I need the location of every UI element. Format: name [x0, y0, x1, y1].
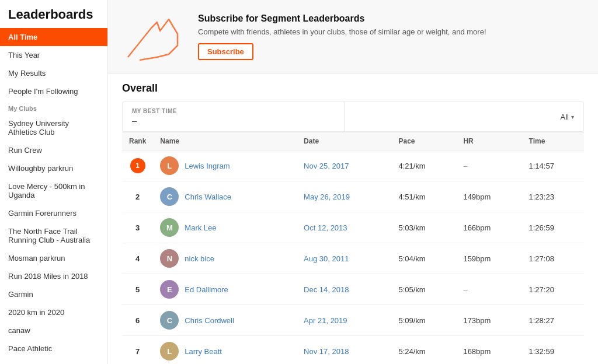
page-title: Leaderboards	[0, 0, 107, 28]
pace-cell: 5:05/km	[391, 274, 456, 305]
date-cell[interactable]: Nov 17, 2018	[297, 336, 391, 365]
sidebar-item-my-results[interactable]: My Results	[0, 64, 107, 82]
hr-cell: 149bpm	[456, 181, 521, 212]
date-link[interactable]: Aug 30, 2011	[304, 254, 349, 263]
sidebar-item-run-2018[interactable]: Run 2018 Miles in 2018	[0, 267, 107, 285]
sidebar-all-time[interactable]: All Time	[0, 28, 107, 46]
route-graphic	[122, 10, 186, 63]
date-link[interactable]: Dec 14, 2018	[304, 285, 349, 294]
table-header: Rank Name Date Pace HR Time	[122, 132, 584, 150]
hr-dash: –	[463, 285, 467, 294]
hr-cell: 166bpm	[456, 212, 521, 243]
subscribe-button[interactable]: Subscribe	[198, 43, 253, 60]
rank-cell: 5	[122, 274, 153, 305]
chevron-down-icon: ▾	[571, 114, 574, 120]
sidebar-item-garmin-forerunners[interactable]: Garmin Forerunners	[0, 204, 107, 222]
table-body: 1LLewis IngramNov 25, 20174:21/km–1:14:5…	[122, 150, 584, 365]
athlete-name[interactable]: Chris Wallace	[185, 192, 231, 201]
pace-cell: 5:03/km	[391, 212, 456, 243]
date-cell[interactable]: Dec 14, 2018	[297, 274, 391, 305]
leaderboard-table: Rank Name Date Pace HR Time 1LLewis Ingr…	[122, 132, 584, 364]
avatar: C	[160, 187, 179, 206]
date-cell[interactable]: Aug 30, 2011	[297, 243, 391, 274]
sidebar-item-people-following[interactable]: People I'm Following	[0, 82, 107, 100]
col-name: Name	[153, 132, 297, 150]
time-cell: 1:26:59	[522, 212, 584, 243]
col-time: Time	[522, 132, 584, 150]
subscribe-banner: Subscribe for Segment Leaderboards Compe…	[108, 0, 598, 74]
sidebar-item-pace-athletic[interactable]: Pace Athletic	[0, 340, 107, 358]
name-cell: EEd Dallimore	[153, 274, 297, 305]
sidebar-item-2020km[interactable]: 2020 km in 2020	[0, 303, 107, 321]
athlete-name[interactable]: Lewis Ingram	[185, 162, 230, 170]
hr-cell: –	[456, 274, 521, 305]
time-cell: 1:23:23	[522, 181, 584, 212]
sidebar-item-mosman-parkrun[interactable]: Mosman parkrun	[0, 249, 107, 267]
athlete-name[interactable]: nick bice	[185, 254, 214, 263]
best-time-label: MY BEST TIME	[132, 108, 335, 114]
avatar: M	[160, 218, 179, 237]
main-content: Subscribe for Segment Leaderboards Compe…	[108, 0, 598, 364]
sidebar-item-willoughby-parkrun[interactable]: Willoughby parkrun	[0, 159, 107, 177]
best-time-value: –	[132, 116, 335, 125]
table-row: 4Nnick biceAug 30, 20115:04/km159bpm1:27…	[122, 243, 584, 274]
rank-cell: 1	[122, 150, 153, 181]
name-cell: CChris Cordwell	[153, 305, 297, 336]
sidebar-item-north-face[interactable]: The North Face Trail Running Club - Aust…	[0, 222, 107, 249]
name-cell: CChris Wallace	[153, 181, 297, 212]
avatar: E	[160, 280, 179, 299]
date-cell[interactable]: Apr 21, 2019	[297, 305, 391, 336]
pace-cell: 4:51/km	[391, 181, 456, 212]
rank-cell: 6	[122, 305, 153, 336]
date-link[interactable]: Nov 25, 2017	[304, 162, 349, 170]
hr-cell: 173bpm	[456, 305, 521, 336]
sidebar-item-canaw[interactable]: canaw	[0, 321, 107, 340]
all-filter-dropdown[interactable]: All ▾	[551, 107, 583, 127]
athlete-name[interactable]: Chris Cordwell	[185, 316, 234, 325]
hr-cell: 168bpm	[456, 336, 521, 365]
sidebar-item-strava-club[interactable]: The Strava Club	[0, 358, 107, 364]
sidebar-item-run-crew[interactable]: Run Crew	[0, 141, 107, 159]
col-hr: HR	[456, 132, 521, 150]
sidebar-item-this-year[interactable]: This Year	[0, 46, 107, 64]
pace-cell: 5:09/km	[391, 305, 456, 336]
banner-title: Subscribe for Segment Leaderboards	[198, 13, 486, 24]
rank-number: 1	[130, 158, 145, 173]
date-link[interactable]: Oct 12, 2013	[304, 223, 347, 232]
clubs-section-label: My Clubs	[0, 100, 107, 114]
pace-cell: 5:04/km	[391, 243, 456, 274]
avatar: L	[160, 156, 179, 175]
date-link[interactable]: Apr 21, 2019	[304, 316, 347, 325]
date-cell[interactable]: May 26, 2019	[297, 181, 391, 212]
rank-cell: 3	[122, 212, 153, 243]
date-cell[interactable]: Nov 25, 2017	[297, 150, 391, 181]
table-row: 1LLewis IngramNov 25, 20174:21/km–1:14:5…	[122, 150, 584, 181]
sidebar-item-love-mercy[interactable]: Love Mercy - 500km in Uganda	[0, 177, 107, 204]
col-rank: Rank	[122, 132, 153, 150]
overall-section: Overall MY BEST TIME – All ▾ Rank Name D…	[108, 74, 598, 364]
name-cell: MMark Lee	[153, 212, 297, 243]
table-row: 3MMark LeeOct 12, 20135:03/km166bpm1:26:…	[122, 212, 584, 243]
col-pace: Pace	[391, 132, 456, 150]
banner-description: Compete with friends, athletes in your c…	[198, 27, 486, 36]
overall-title: Overall	[122, 82, 584, 94]
table-row: 6CChris CordwellApr 21, 20195:09/km173bp…	[122, 305, 584, 336]
time-cell: 1:27:20	[522, 274, 584, 305]
hr-dash: –	[463, 162, 467, 170]
sidebar-item-garmin[interactable]: Garmin	[0, 285, 107, 303]
athlete-name[interactable]: Ed Dallimore	[185, 285, 228, 294]
date-link[interactable]: May 26, 2019	[304, 192, 350, 201]
pace-cell: 4:21/km	[391, 150, 456, 181]
table-row: 7LLarry BeattNov 17, 20185:24/km168bpm1:…	[122, 336, 584, 365]
rank-cell: 2	[122, 181, 153, 212]
best-time-cell: MY BEST TIME –	[123, 102, 345, 131]
hr-cell: 159bpm	[456, 243, 521, 274]
athlete-name[interactable]: Mark Lee	[185, 223, 216, 232]
hr-cell: –	[456, 150, 521, 181]
date-link[interactable]: Nov 17, 2018	[304, 347, 349, 356]
date-cell[interactable]: Oct 12, 2013	[297, 212, 391, 243]
athlete-name[interactable]: Larry Beatt	[185, 347, 222, 356]
time-cell: 1:32:59	[522, 336, 584, 365]
sidebar-item-sydney-uni[interactable]: Sydney University Athletics Club	[0, 114, 107, 141]
time-cell: 1:27:08	[522, 243, 584, 274]
